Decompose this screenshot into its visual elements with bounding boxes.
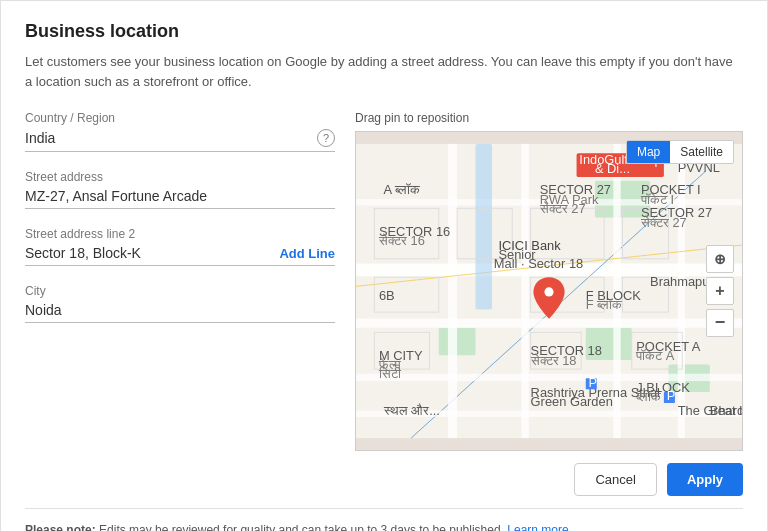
- street2-label: Street address line 2: [25, 227, 335, 241]
- street1-input[interactable]: [25, 188, 335, 204]
- map-type-satellite-button[interactable]: Satellite: [670, 141, 733, 163]
- svg-text:पॉकेट A: पॉकेट A: [635, 348, 675, 363]
- help-icon[interactable]: ?: [317, 129, 335, 147]
- svg-text:F ब्लॉक: F ब्लॉक: [586, 297, 622, 312]
- svg-rect-13: [356, 319, 742, 328]
- svg-rect-2: [439, 328, 476, 356]
- city-group: City: [25, 284, 335, 323]
- street2-row: Add Line: [25, 245, 335, 266]
- page-description: Let customers see your business location…: [25, 52, 743, 91]
- city-label: City: [25, 284, 335, 298]
- country-row: ?: [25, 129, 335, 152]
- svg-text:सेक्टर 27: सेक्टर 27: [640, 215, 687, 230]
- street1-row: [25, 188, 335, 209]
- street2-input[interactable]: [25, 245, 271, 261]
- svg-rect-8: [448, 144, 457, 438]
- map-type-controls: Map Satellite: [626, 140, 734, 164]
- footer-note-prefix: Please note:: [25, 523, 96, 531]
- map-type-map-button[interactable]: Map: [627, 141, 670, 163]
- street1-label: Street address: [25, 170, 335, 184]
- map-drag-label: Drag pin to reposition: [355, 111, 743, 125]
- svg-point-64: [544, 287, 553, 296]
- svg-text:सेक्टर 16: सेक्टर 16: [378, 233, 425, 248]
- action-row: Cancel Apply: [355, 451, 743, 504]
- zoom-out-button[interactable]: −: [706, 309, 734, 337]
- city-input[interactable]: [25, 302, 335, 318]
- svg-text:P: P: [667, 388, 676, 403]
- business-location-panel: Business location Let customers see your…: [0, 0, 768, 531]
- footer-note-text: Edits may be reviewed for quality and ca…: [99, 523, 507, 531]
- cancel-button[interactable]: Cancel: [574, 463, 656, 496]
- svg-text:सिटी: सिटी: [378, 366, 402, 381]
- svg-text:Mall · Sector 18: Mall · Sector 18: [494, 256, 583, 271]
- svg-text:& Di...: & Di...: [595, 161, 630, 176]
- street2-group: Street address line 2 Add Line: [25, 227, 335, 266]
- country-group: Country / Region ?: [25, 111, 335, 152]
- svg-text:Bhard: Bhard: [710, 403, 742, 418]
- street1-group: Street address: [25, 170, 335, 209]
- zoom-in-button[interactable]: +: [706, 277, 734, 305]
- svg-rect-9: [521, 144, 528, 438]
- map-controls: ⊕ + −: [706, 245, 734, 337]
- svg-text:P: P: [589, 375, 598, 390]
- svg-text:सेक्टर 27: सेक्टर 27: [539, 201, 586, 216]
- svg-text:सेक्टर 18: सेक्टर 18: [530, 353, 577, 368]
- form-section: Country / Region ? Street address Street…: [25, 111, 335, 504]
- add-line-button[interactable]: Add Line: [279, 246, 335, 261]
- geolocate-button[interactable]: ⊕: [706, 245, 734, 273]
- svg-text:6B: 6B: [379, 288, 395, 303]
- svg-text:पॉकेट I: पॉकेट I: [640, 192, 674, 207]
- page-title: Business location: [25, 21, 743, 42]
- country-input[interactable]: [25, 130, 317, 146]
- learn-more-link[interactable]: Learn more: [507, 523, 568, 531]
- apply-button[interactable]: Apply: [667, 463, 743, 496]
- svg-text:स्थल और...: स्थल और...: [383, 403, 440, 418]
- map-wrapper[interactable]: A ब्लॉक SECTOR 16 सेक्टर 16 SECTOR 27 RW…: [355, 131, 743, 451]
- map-svg: A ब्लॉक SECTOR 16 सेक्टर 16 SECTOR 27 RW…: [356, 132, 742, 450]
- svg-text:ब्लॉक: ब्लॉक: [635, 389, 661, 404]
- map-section: Drag pin to reposition: [355, 111, 743, 504]
- svg-text:A ब्लॉक: A ब्लॉक: [384, 183, 420, 198]
- svg-text:Green Garden: Green Garden: [531, 394, 613, 409]
- city-row: [25, 302, 335, 323]
- main-content: Country / Region ? Street address Street…: [25, 111, 743, 504]
- svg-rect-17: [475, 144, 492, 309]
- footer-note: Please note: Edits may be reviewed for q…: [25, 508, 743, 531]
- country-label: Country / Region: [25, 111, 335, 125]
